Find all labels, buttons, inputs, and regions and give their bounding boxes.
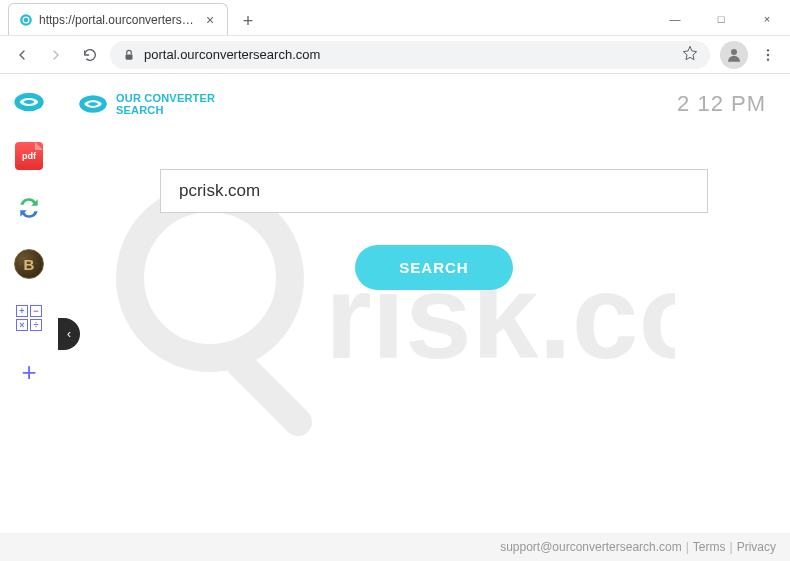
page-content: risk.com pdf B + − × ÷ +: [0, 74, 790, 561]
convert-arrows-icon: [16, 195, 42, 225]
sidebar-collapse-button[interactable]: ‹: [58, 318, 80, 350]
brand-text-line2: SEARCH: [116, 104, 215, 116]
svg-point-3: [767, 49, 769, 51]
sidebar-logo-icon: [13, 86, 45, 118]
sidebar: pdf B + − × ÷ +: [0, 74, 58, 561]
footer-separator: |: [686, 540, 689, 554]
page-header: OUR CONVERTER SEARCH 2 12 PM: [78, 84, 766, 124]
svg-rect-1: [126, 54, 133, 59]
calc-cell: ÷: [30, 319, 42, 331]
brand-logo-icon: [78, 89, 108, 119]
calculator-icon: + − × ÷: [16, 305, 42, 331]
search-area: SEARCH: [160, 169, 708, 290]
coin-icon-label: B: [24, 256, 35, 273]
search-button[interactable]: SEARCH: [355, 245, 512, 290]
footer: support@ourconvertersearch.com | Terms |…: [0, 533, 790, 561]
brand-text-line1: OUR CONVERTER: [116, 92, 215, 104]
footer-terms-link[interactable]: Terms: [693, 540, 726, 554]
tab-close-icon[interactable]: ×: [203, 13, 217, 27]
chevron-left-icon: ‹: [67, 327, 71, 341]
maximize-button[interactable]: □: [698, 3, 744, 35]
sidebar-item-add[interactable]: +: [13, 356, 45, 388]
svg-point-4: [767, 53, 769, 55]
clock: 2 12 PM: [677, 91, 766, 117]
url-text: portal.ourconvertersearch.com: [144, 47, 674, 62]
coin-icon: B: [14, 249, 44, 279]
brand-text: OUR CONVERTER SEARCH: [116, 92, 215, 116]
sidebar-item-pdf[interactable]: pdf: [13, 140, 45, 172]
footer-privacy-link[interactable]: Privacy: [737, 540, 776, 554]
search-input[interactable]: [160, 169, 708, 213]
forward-button[interactable]: [42, 41, 70, 69]
reload-button[interactable]: [76, 41, 104, 69]
sidebar-item-crypto[interactable]: B: [13, 248, 45, 280]
tab-title: https://portal.ourconvertersearch: [39, 13, 197, 27]
svg-rect-7: [220, 344, 318, 442]
sidebar-item-calculator[interactable]: + − × ÷: [13, 302, 45, 334]
calc-cell: +: [16, 305, 28, 317]
sidebar-item-convert[interactable]: [13, 194, 45, 226]
plus-icon: +: [21, 357, 36, 388]
browser-tab[interactable]: https://portal.ourconvertersearch ×: [8, 3, 228, 35]
back-button[interactable]: [8, 41, 36, 69]
svg-point-2: [731, 49, 737, 55]
footer-email-link[interactable]: support@ourconvertersearch.com: [500, 540, 682, 554]
footer-separator: |: [730, 540, 733, 554]
window-close-button[interactable]: ×: [744, 3, 790, 35]
browser-toolbar: portal.ourconvertersearch.com: [0, 36, 790, 74]
new-tab-button[interactable]: +: [234, 7, 262, 35]
bookmark-star-icon[interactable]: [682, 45, 698, 64]
kebab-menu-icon[interactable]: [754, 41, 782, 69]
address-bar[interactable]: portal.ourconvertersearch.com: [110, 41, 710, 69]
calc-cell: ×: [16, 319, 28, 331]
window-controls: — □ ×: [652, 3, 790, 35]
lock-icon: [122, 48, 136, 62]
pdf-icon-label: pdf: [22, 151, 36, 161]
profile-button[interactable]: [720, 41, 748, 69]
pdf-icon: pdf: [15, 142, 43, 170]
window-titlebar: https://portal.ourconvertersearch × + — …: [0, 0, 790, 36]
svg-point-5: [767, 58, 769, 60]
tab-favicon: [19, 13, 33, 27]
svg-point-0: [20, 14, 32, 26]
calc-cell: −: [30, 305, 42, 317]
brand: OUR CONVERTER SEARCH: [78, 89, 215, 119]
minimize-button[interactable]: —: [652, 3, 698, 35]
